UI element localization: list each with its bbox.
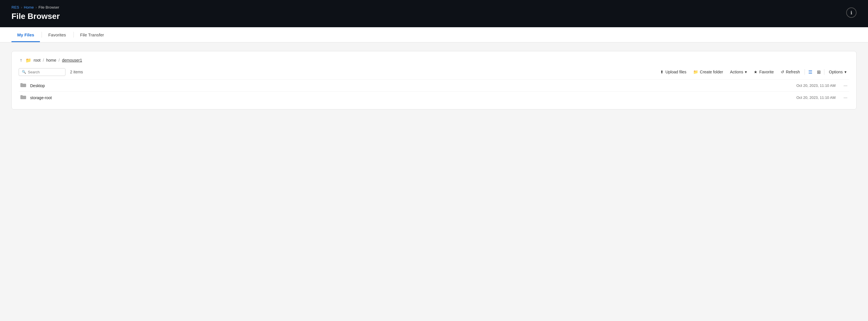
favorite-button[interactable]: ★ Favorite	[751, 68, 777, 76]
item-count: 2 items	[70, 70, 83, 74]
path-root[interactable]: root	[34, 58, 40, 63]
upload-files-button[interactable]: ⬆ Upload files	[657, 68, 689, 76]
list-view-icon: ☰	[808, 70, 812, 74]
breadcrumb-res[interactable]: RES	[11, 5, 19, 9]
path-up-button[interactable]: ↑	[19, 57, 23, 63]
upload-label: Upload files	[665, 70, 686, 74]
file-browser-card: ↑ 📁 root / home / demouser1 🔍 2 items ⬆ …	[11, 51, 857, 109]
tabs-bar: My Files Favorites File Transfer	[0, 27, 868, 42]
svg-rect-3	[20, 95, 23, 97]
file-row: storage-root Oct 20, 2023, 11:10 AM —	[19, 92, 849, 103]
refresh-icon: ↺	[781, 70, 784, 74]
upload-icon: ⬆	[660, 70, 663, 74]
file-folder-icon-0	[20, 82, 27, 88]
options-chevron-icon: ▾	[844, 70, 846, 74]
header: RES › Home › File Browser File Browser ℹ	[0, 0, 868, 27]
search-input[interactable]	[28, 70, 62, 74]
path-sep-2: /	[59, 58, 60, 63]
header-right: ℹ	[846, 7, 857, 18]
svg-rect-1	[20, 83, 23, 84]
search-box[interactable]: 🔍	[19, 68, 65, 76]
path-sep-1: /	[43, 58, 44, 63]
file-date-0: Oct 20, 2023, 11:10 AM	[796, 83, 836, 88]
tab-file-transfer[interactable]: File Transfer	[74, 27, 110, 42]
tab-my-files[interactable]: My Files	[11, 27, 40, 42]
path-bar: ↑ 📁 root / home / demouser1	[19, 57, 849, 63]
search-icon: 🔍	[22, 70, 26, 74]
breadcrumb: RES › Home › File Browser	[11, 5, 60, 9]
toolbar-divider-2	[824, 69, 825, 75]
create-folder-icon: 📁	[693, 70, 698, 74]
path-demouser[interactable]: demouser1	[62, 58, 82, 63]
refresh-label: Refresh	[786, 70, 800, 74]
favorite-label: Favorite	[759, 70, 774, 74]
breadcrumb-current: File Browser	[38, 5, 59, 9]
file-date-1: Oct 20, 2023, 11:10 AM	[796, 96, 836, 100]
file-size-1: —	[844, 96, 848, 100]
breadcrumb-sep-1: ›	[21, 5, 22, 9]
file-row: Desktop Oct 20, 2023, 11:10 AM —	[19, 79, 849, 92]
toolbar-divider	[805, 69, 805, 75]
options-button[interactable]: Options ▾	[826, 68, 849, 76]
create-folder-button[interactable]: 📁 Create folder	[690, 68, 726, 76]
actions-button[interactable]: Actions ▾	[727, 68, 750, 76]
tab-separator-2	[73, 32, 74, 38]
actions-label: Actions	[730, 70, 743, 74]
toolbar: 🔍 2 items ⬆ Upload files 📁 Create folder…	[19, 68, 849, 76]
user-icon-button[interactable]: ℹ	[846, 7, 857, 18]
breadcrumb-home[interactable]: Home	[24, 5, 34, 9]
file-name-1[interactable]: storage-root	[30, 96, 793, 100]
path-home[interactable]: home	[46, 58, 56, 63]
page-title: File Browser	[11, 12, 60, 21]
favorite-icon: ★	[754, 70, 757, 74]
folder-icon: 📁	[26, 58, 31, 63]
actions-chevron-icon: ▾	[745, 70, 747, 74]
main-content: ↑ 📁 root / home / demouser1 🔍 2 items ⬆ …	[0, 42, 868, 321]
file-name-0[interactable]: Desktop	[30, 83, 793, 88]
file-size-0: —	[844, 83, 848, 88]
tab-favorites[interactable]: Favorites	[42, 27, 72, 42]
grid-view-icon: ⊞	[817, 70, 820, 74]
refresh-button[interactable]: ↺ Refresh	[778, 68, 803, 76]
grid-view-button[interactable]: ⊞	[815, 68, 823, 76]
list-view-button[interactable]: ☰	[807, 68, 814, 76]
create-folder-label: Create folder	[700, 70, 723, 74]
options-label: Options	[829, 70, 843, 74]
breadcrumb-sep-2: ›	[36, 5, 37, 9]
header-left: RES › Home › File Browser File Browser	[11, 5, 60, 21]
file-folder-icon-1	[20, 95, 27, 101]
